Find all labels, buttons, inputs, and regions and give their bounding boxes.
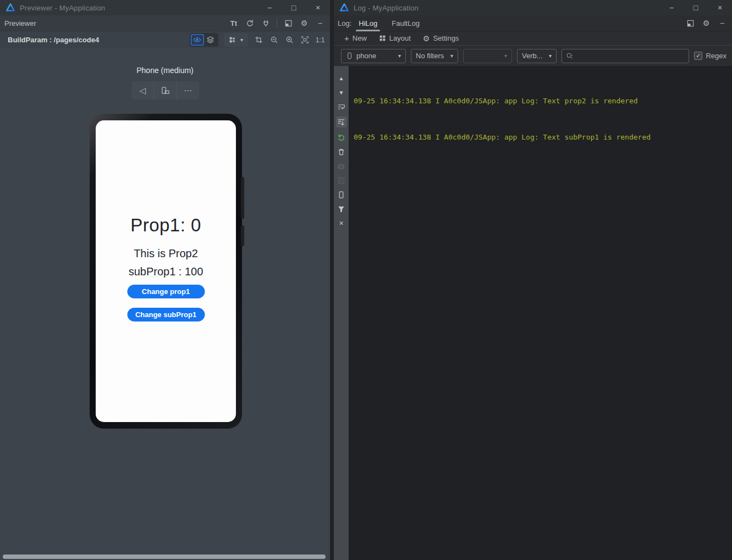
preview-nav-group: ◁ ⋯ <box>131 81 199 99</box>
device-select-value: phone <box>356 52 376 60</box>
chevron-down-icon: ▾ <box>398 53 401 59</box>
build-param-bar: BuildParam : /pages/code4 ▾ <box>0 31 330 48</box>
previewer-window: Previewer - MyApplication − □ × Previewe… <box>0 0 330 560</box>
more-options-icon[interactable]: ⋯ <box>177 81 199 99</box>
save-log-icon[interactable] <box>336 176 347 185</box>
preview-view-tools: ▾ 1:1 <box>190 33 330 47</box>
hide-panel-icon[interactable]: − <box>717 18 727 28</box>
window-title: Log - MyApplication <box>354 4 419 12</box>
log-titlebar: Log - MyApplication − □ × <box>334 0 732 15</box>
change-prop1-button[interactable]: Change prop1 <box>127 285 205 298</box>
restart-session-icon[interactable] <box>336 133 347 142</box>
scroll-up-icon[interactable]: ▲ <box>336 74 347 82</box>
window-title: Previewer - MyApplication <box>20 4 105 12</box>
fit-to-window-icon[interactable] <box>300 35 310 45</box>
horizontal-scrollbar[interactable] <box>3 555 326 559</box>
toolbar-divider <box>277 19 277 27</box>
window-mode-icon[interactable] <box>283 18 293 28</box>
crop-frame-icon[interactable] <box>254 35 263 45</box>
component-grid-dropdown[interactable]: ▾ <box>224 33 248 47</box>
phone-screen: Prop1: 0 This is Prop2 subProp1 : 100 Ch… <box>96 120 236 422</box>
desktop: Previewer - MyApplication − □ × Previewe… <box>0 0 732 560</box>
layers-icon[interactable] <box>204 34 217 46</box>
previewer-toolbar: Tt ⚙ − <box>229 18 330 28</box>
close-session-icon[interactable]: × <box>336 219 347 228</box>
new-log-button[interactable]: + New <box>339 34 372 43</box>
log-level-select[interactable]: Verb... ▾ <box>517 49 557 63</box>
tab-faultlog[interactable]: FaultLog <box>384 15 427 31</box>
log-panel-tools: ⚙ − <box>685 18 732 28</box>
log-line: 09-25 16:34:34.138 I A0c0d0/JSApp: app L… <box>354 95 732 107</box>
font-settings-icon[interactable]: Tt <box>229 18 239 28</box>
maximize-button[interactable]: □ <box>282 0 306 15</box>
rotate-device-icon[interactable] <box>153 81 176 99</box>
window-controls: − □ × <box>257 0 330 15</box>
plugin-icon[interactable] <box>261 18 271 28</box>
search-input[interactable] <box>576 52 685 60</box>
minimize-button[interactable]: − <box>257 0 282 15</box>
tab-previewer[interactable]: Previewer <box>0 19 41 27</box>
chevron-down-icon: ▾ <box>240 37 243 43</box>
close-button[interactable]: × <box>306 0 330 15</box>
prop1-text: Prop1: 0 <box>96 215 236 236</box>
scroll-down-icon[interactable]: ▼ <box>336 88 347 97</box>
log-level-value: Verb... <box>522 52 543 60</box>
screenshot-icon[interactable] <box>336 162 347 170</box>
plus-icon: + <box>344 34 349 43</box>
previewer-tab-bar: Previewer Tt ⚙ − <box>0 15 330 31</box>
zoom-in-icon[interactable] <box>284 35 294 45</box>
preview-canvas: Phone (medium) ◁ ⋯ Prop1: 0 This is Prop… <box>0 48 330 560</box>
log-line: 09-25 16:34:34.138 I A0c0d0/JSApp: app L… <box>354 131 732 143</box>
build-param-label: BuildParam : /pages/code4 <box>8 36 99 44</box>
scroll-to-end-icon[interactable] <box>336 117 347 127</box>
refresh-icon[interactable] <box>245 18 255 28</box>
layout-label: Layout <box>389 34 411 42</box>
regex-label: Regex <box>706 52 727 60</box>
new-label: New <box>353 34 367 42</box>
tab-hilog[interactable]: HiLog <box>351 15 384 31</box>
device-profile-label: Phone (medium) <box>0 66 330 75</box>
log-search-field[interactable] <box>562 49 689 63</box>
phone-volume-button <box>241 177 244 219</box>
phone-power-button <box>241 225 244 246</box>
process-select[interactable]: ▾ <box>463 49 512 63</box>
chevron-down-icon: ▾ <box>450 53 453 59</box>
maximize-button[interactable]: □ <box>684 0 708 15</box>
window-controls: − □ × <box>659 0 732 15</box>
device-select[interactable]: phone ▾ <box>341 49 406 63</box>
chevron-down-icon: ▾ <box>504 53 507 59</box>
regex-toggle[interactable]: ✓ Regex <box>694 52 727 60</box>
log-label: Log: <box>334 19 351 27</box>
settings-gear-icon[interactable]: ⚙ <box>701 18 711 28</box>
log-content: ▲ ▼ <box>334 66 732 560</box>
filter-select[interactable]: No filters ▾ <box>411 49 458 63</box>
settings-label: Settings <box>433 34 459 42</box>
previewer-titlebar: Previewer - MyApplication − □ × <box>0 0 330 15</box>
close-button[interactable]: × <box>708 0 732 15</box>
inspector-eye-icon[interactable] <box>191 34 204 46</box>
deveco-logo-icon <box>5 3 15 13</box>
settings-gear-icon[interactable]: ⚙ <box>299 18 309 28</box>
actual-size-button[interactable]: 1:1 <box>315 35 325 45</box>
zoom-out-icon[interactable] <box>269 35 279 45</box>
settings-button[interactable]: ⚙ Settings <box>418 34 464 43</box>
device-icon[interactable] <box>336 190 347 199</box>
log-output[interactable]: 09-25 16:34:34.138 I A0c0d0/JSApp: app L… <box>349 66 732 560</box>
soft-wrap-icon[interactable] <box>336 102 347 111</box>
regex-checkbox[interactable]: ✓ <box>694 52 702 60</box>
window-mode-icon[interactable] <box>685 18 695 28</box>
clear-log-icon[interactable] <box>336 147 347 156</box>
filter-funnel-icon[interactable] <box>336 204 347 213</box>
layout-grid-icon <box>379 35 386 42</box>
hide-panel-icon[interactable]: − <box>315 18 325 28</box>
filter-select-value: No filters <box>416 52 444 60</box>
log-filter-bar: phone ▾ No filters ▾ ▾ Verb... ▾ ✓ Rege <box>334 46 732 66</box>
back-icon[interactable]: ◁ <box>131 81 153 99</box>
layout-button[interactable]: Layout <box>374 34 416 42</box>
search-icon <box>566 52 574 60</box>
minimize-button[interactable]: − <box>659 0 684 15</box>
deveco-logo-icon <box>339 3 349 13</box>
phone-icon <box>346 52 353 59</box>
log-tab-bar: Log: HiLog FaultLog ⚙ − <box>334 15 732 31</box>
change-subprop1-button[interactable]: Change subProp1 <box>127 308 205 321</box>
